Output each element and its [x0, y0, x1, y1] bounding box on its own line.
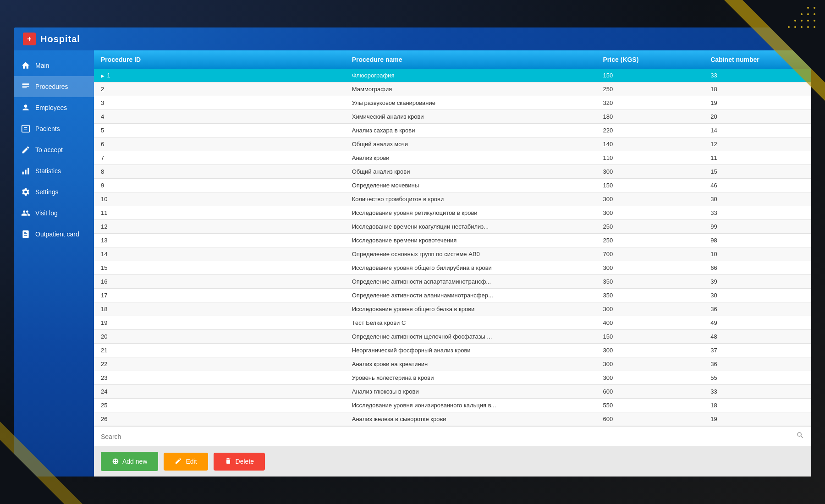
cell-price: 300: [596, 344, 704, 357]
table-row[interactable]: 9Определение мочевины15046: [94, 179, 811, 192]
table-row[interactable]: 12Исследование времени коагуляции нестаб…: [94, 220, 811, 234]
table-row[interactable]: 25Исследование уровня ионизированного ка…: [94, 399, 811, 412]
cell-price: 110: [596, 151, 704, 165]
cell-cabinet: 33: [704, 385, 811, 399]
sidebar-item-statistics[interactable]: Statistics: [14, 160, 94, 181]
col-header-name: Procedure name: [345, 50, 596, 69]
col-label-name: Procedure name: [352, 56, 402, 63]
table-row[interactable]: 11Исследование уровня ретикулоцитов в кр…: [94, 206, 811, 220]
procedures-table: Procedure ID Procedure name Price (KGS) …: [94, 50, 811, 426]
sidebar-item-visit-log[interactable]: Visit log: [14, 203, 94, 224]
table-row[interactable]: 18Исследование уровня общего белка в кро…: [94, 302, 811, 316]
table-row[interactable]: 19Тест Белка крови С40049: [94, 316, 811, 330]
col-label-cabinet: Cabinet number: [710, 56, 759, 63]
cell-price: 350: [596, 289, 704, 302]
cell-cabinet: 18: [704, 82, 811, 96]
sidebar-item-procedures[interactable]: Procedures: [14, 76, 94, 97]
cell-name: Общий анализ мочи: [345, 137, 596, 151]
procedures-table-container[interactable]: Procedure ID Procedure name Price (KGS) …: [94, 50, 811, 426]
table-row[interactable]: 4Химический анализ крови18020: [94, 110, 811, 124]
cell-id: 22: [94, 357, 345, 371]
cell-id: 4: [94, 110, 345, 124]
add-new-button[interactable]: ⊕ Add new: [101, 452, 158, 471]
delete-button[interactable]: Delete: [214, 453, 265, 471]
cell-id: 6: [94, 137, 345, 151]
cell-cabinet: 30: [704, 192, 811, 206]
cell-price: 400: [596, 316, 704, 330]
to-accept-icon: [21, 145, 31, 155]
sidebar-item-pacients[interactable]: Pacients: [14, 118, 94, 139]
cell-id: 16: [94, 275, 345, 289]
cell-price: 600: [596, 412, 704, 426]
cell-price: 150: [596, 69, 704, 82]
cell-price: 300: [596, 165, 704, 179]
table-row[interactable]: 2Маммография25018: [94, 82, 811, 96]
cell-cabinet: 14: [704, 124, 811, 137]
app-logo: +: [23, 33, 36, 45]
table-row[interactable]: 22Анализ крови на креатинин30036: [94, 357, 811, 371]
table-row[interactable]: 17Определение активности аланинаминотран…: [94, 289, 811, 302]
table-row[interactable]: 15Исследование уровня общего билирубина …: [94, 261, 811, 275]
table-row[interactable]: 3Ультразвуковое сканирование32019: [94, 96, 811, 110]
sidebar-label-visit-log: Visit log: [35, 209, 58, 217]
table-header-row: Procedure ID Procedure name Price (KGS) …: [94, 50, 811, 69]
cell-cabinet: 33: [704, 206, 811, 220]
search-input[interactable]: [101, 433, 792, 440]
cell-cabinet: 11: [704, 151, 811, 165]
app-title: Hospital: [40, 34, 80, 44]
sidebar-item-to-accept[interactable]: To accept: [14, 139, 94, 160]
cell-name: Определение активности аланинаминотрансф…: [345, 289, 596, 302]
cell-name: Уровень холестерина в крови: [345, 371, 596, 385]
sidebar-label-employees: Employees: [35, 104, 67, 111]
cell-name: Исследование уровня общего билирубина в …: [345, 261, 596, 275]
table-row[interactable]: 5Анализ сахара в крови22014: [94, 124, 811, 137]
edit-icon: [175, 457, 182, 466]
cell-id: 18: [94, 302, 345, 316]
cell-price: 140: [596, 137, 704, 151]
cell-id: 7: [94, 151, 345, 165]
cell-name: Исследование уровня ретикулоцитов в кров…: [345, 206, 596, 220]
cell-id: 19: [94, 316, 345, 330]
table-row[interactable]: 7Анализ крови11011: [94, 151, 811, 165]
cell-name: Химический анализ крови: [345, 110, 596, 124]
cell-cabinet: 49: [704, 316, 811, 330]
cell-cabinet: 99: [704, 220, 811, 234]
sidebar-item-settings[interactable]: Settings: [14, 181, 94, 203]
table-row[interactable]: 26Анализ железа в сыворотке крови60019: [94, 412, 811, 426]
content-wrapper: Main Procedures Employees: [14, 50, 811, 477]
sidebar-label-main: Main: [35, 62, 49, 69]
search-icon: [796, 431, 804, 442]
sidebar-label-procedures: Procedures: [35, 83, 68, 90]
table-row[interactable]: 20Определение активности щелочной фосфат…: [94, 330, 811, 344]
table-row[interactable]: 16Определение активности аспартатаминотр…: [94, 275, 811, 289]
table-row[interactable]: 21Неорганический фосфорный анализ крови3…: [94, 344, 811, 357]
cell-cabinet: 12: [704, 137, 811, 151]
outpatient-card-icon: [21, 229, 31, 239]
sidebar-label-to-accept: To accept: [35, 146, 63, 153]
col-label-id: Procedure ID: [101, 56, 141, 63]
svg-rect-3: [22, 126, 30, 132]
table-row[interactable]: 23Уровень холестерина в крови30055: [94, 371, 811, 385]
cell-price: 300: [596, 206, 704, 220]
cell-id: 10: [94, 192, 345, 206]
sidebar-item-main[interactable]: Main: [14, 55, 94, 76]
cell-price: 350: [596, 275, 704, 289]
row-arrow: ▶: [101, 73, 105, 78]
statistics-icon: [21, 166, 31, 176]
sidebar-item-outpatient-card[interactable]: Outpatient card: [14, 224, 94, 245]
sidebar-item-employees[interactable]: Employees: [14, 97, 94, 118]
table-row[interactable]: 14Определение основных групп по системе …: [94, 247, 811, 261]
table-row[interactable]: ▶ 1Флюорография15033: [94, 69, 811, 82]
cell-cabinet: 37: [704, 344, 811, 357]
table-row[interactable]: 10Количество тромбоцитов в крови30030: [94, 192, 811, 206]
header-bar: + Hospital: [14, 27, 811, 50]
cell-id: 23: [94, 371, 345, 385]
svg-rect-7: [25, 170, 26, 175]
cell-id: 25: [94, 399, 345, 412]
edit-button[interactable]: Edit: [164, 453, 208, 471]
table-row[interactable]: 8Общий анализ крови30015: [94, 165, 811, 179]
table-row[interactable]: 13Исследование времени кровотечения25098: [94, 234, 811, 247]
table-row[interactable]: 24Анализ глюкозы в крови60033: [94, 385, 811, 399]
cell-price: 220: [596, 124, 704, 137]
table-row[interactable]: 6Общий анализ мочи14012: [94, 137, 811, 151]
